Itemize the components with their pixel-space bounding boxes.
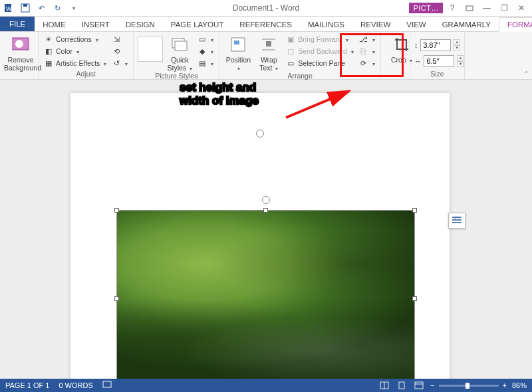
close-icon[interactable]: ✕ [513, 1, 529, 15]
width-input[interactable] [424, 55, 454, 67]
wrap-text-button[interactable]: Wrap Text [255, 34, 282, 72]
remove-background-button[interactable]: Remove Background [4, 34, 37, 72]
picture-effects-button[interactable]: ◆ [196, 46, 215, 56]
svg-rect-3 [23, 4, 27, 7]
rotate-handle[interactable] [256, 130, 264, 138]
rotate-icon: ⟳ [359, 58, 368, 68]
height-icon: ↕ [414, 41, 418, 50]
zoom-in-icon[interactable]: + [503, 381, 507, 389]
resize-handle[interactable] [114, 296, 119, 301]
svg-point-7 [15, 40, 23, 48]
artistic-effects-icon: ▦ [44, 58, 53, 68]
svg-rect-19 [415, 382, 423, 389]
selected-image[interactable] [116, 210, 415, 379]
ribbon-tabs: FILE HOME INSERT DESIGN PAGE LAYOUT REFE… [0, 17, 532, 32]
save-icon[interactable] [20, 3, 31, 13]
tab-file[interactable]: FILE [0, 17, 35, 31]
tab-review[interactable]: REVIEW [352, 18, 398, 31]
tab-grammarly[interactable]: GRAMMARLY [434, 18, 499, 31]
group-size: ↕ ▲▼ ↔ ▲▼ Size [410, 32, 465, 79]
tab-references[interactable]: REFERENCES [231, 18, 300, 31]
reset-picture-button[interactable]: ↺ [110, 58, 129, 68]
undo-icon[interactable]: ↶ [36, 3, 47, 13]
group-icon: ⿻ [359, 47, 368, 56]
quick-styles-button[interactable]: Quick Styles [166, 34, 194, 72]
group-objects-button[interactable]: ⿻ [358, 46, 376, 56]
resize-handle[interactable] [114, 208, 119, 213]
title-bar: W ↶ ↻ Document1 - Word PICT… ? — ❐ ✕ [0, 0, 532, 17]
rotate-button[interactable]: ⟳ [358, 58, 376, 68]
picture-layout-button[interactable]: ▤ [196, 58, 215, 68]
color-button[interactable]: ◧Color [43, 46, 108, 56]
width-icon: ↔ [414, 56, 422, 66]
effects-icon: ◆ [198, 47, 207, 56]
zoom-out-icon[interactable]: − [430, 381, 434, 389]
svg-rect-18 [399, 382, 404, 389]
bring-forward-icon: ▣ [286, 35, 295, 44]
read-mode-icon[interactable] [378, 381, 390, 390]
artistic-effects-button[interactable]: ▦Artistic Effects [43, 58, 108, 68]
quick-access-toolbar: W ↶ ↻ [0, 3, 78, 13]
layout-options-button[interactable] [448, 213, 466, 229]
qat-customize-icon[interactable] [68, 3, 78, 13]
redo-icon[interactable]: ↻ [52, 3, 63, 13]
corrections-button[interactable]: ☀Corrections [43, 34, 108, 45]
tab-mailings[interactable]: MAILINGS [300, 18, 352, 31]
rotate-handle[interactable] [262, 196, 270, 204]
tab-format[interactable]: FORMAT [499, 17, 532, 32]
group-crop: Crop [381, 32, 410, 79]
change-picture-button[interactable]: ⟲ [110, 46, 129, 56]
svg-rect-15 [103, 381, 111, 387]
selection-pane-icon: ▭ [286, 58, 295, 68]
collapse-ribbon-icon[interactable]: ˄ [525, 70, 528, 78]
compress-icon: ⇲ [112, 35, 121, 44]
compress-pictures-button[interactable]: ⇲ [110, 34, 129, 45]
position-button[interactable]: Position [223, 34, 253, 72]
group-label-size: Size [414, 70, 460, 79]
print-layout-icon[interactable] [396, 381, 408, 390]
svg-rect-4 [466, 6, 473, 11]
web-layout-icon[interactable] [413, 381, 425, 390]
height-input[interactable] [420, 39, 451, 51]
ribbon: Remove Background ☀Corrections ◧Color ▦A… [0, 32, 532, 80]
corrections-icon: ☀ [44, 35, 53, 44]
reset-icon: ↺ [112, 58, 121, 68]
svg-rect-11 [234, 41, 239, 45]
group-picture-styles: Quick Styles ▭ ◆ ▤ Picture Styles [134, 32, 219, 79]
spell-check-icon[interactable] [102, 381, 112, 390]
tab-home[interactable]: HOME [35, 18, 74, 31]
zoom-level[interactable]: 86% [512, 381, 527, 389]
page-indicator[interactable]: PAGE 1 OF 1 [5, 381, 49, 389]
tab-design[interactable]: DESIGN [118, 18, 163, 31]
svg-text:W: W [6, 5, 12, 12]
tab-page-layout[interactable]: PAGE LAYOUT [163, 18, 231, 31]
resize-handle[interactable] [412, 296, 417, 301]
picture-tools-context-label: PICT… [409, 3, 443, 13]
wrap-text-icon [258, 34, 279, 55]
picture-border-button[interactable]: ▭ [196, 34, 215, 45]
bring-forward-button[interactable]: ▣Bring Forward [285, 34, 355, 45]
width-spinner[interactable]: ▲▼ [457, 55, 464, 67]
zoom-slider[interactable]: − + [430, 381, 507, 389]
restore-icon[interactable]: ❐ [496, 1, 512, 15]
layout-icon: ▤ [198, 58, 207, 68]
style-preset-icon[interactable] [138, 37, 163, 62]
ribbon-options-icon[interactable] [462, 1, 477, 15]
minimize-icon[interactable]: — [479, 1, 495, 15]
selection-pane-button[interactable]: ▭Selection Pane [285, 58, 355, 68]
tab-insert[interactable]: INSERT [74, 18, 118, 31]
resize-handle[interactable] [263, 208, 268, 213]
send-backward-icon: ▢ [286, 47, 295, 56]
send-backward-button[interactable]: ▢Send Backward [285, 46, 355, 56]
remove-background-label: Remove Background [4, 56, 41, 72]
layout-options-icon [452, 216, 462, 225]
align-button[interactable]: ⎇ [358, 34, 376, 45]
word-count[interactable]: 0 WORDS [59, 381, 92, 389]
height-spinner[interactable]: ▲▼ [454, 39, 460, 51]
change-picture-icon: ⟲ [112, 47, 121, 56]
help-icon[interactable]: ? [444, 1, 460, 15]
status-bar: PAGE 1 OF 1 0 WORDS − + 86% [0, 379, 532, 392]
resize-handle[interactable] [412, 208, 417, 213]
group-arrange: Position Wrap Text ▣Bring Forward ▢Send … [219, 32, 381, 79]
tab-view[interactable]: VIEW [398, 18, 434, 31]
